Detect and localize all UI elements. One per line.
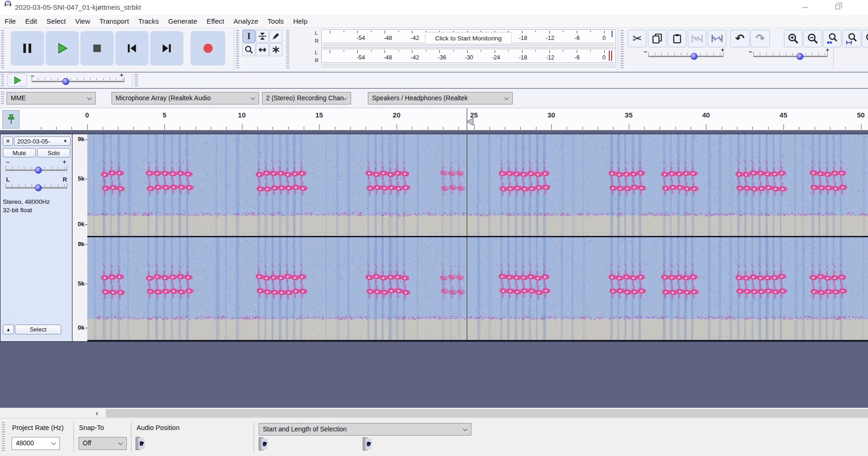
scrollbar-thumb[interactable] [106, 409, 868, 417]
cut-button[interactable]: ✂ [628, 30, 646, 47]
solo-button[interactable]: Solo [37, 148, 70, 157]
horizontal-scrollbar[interactable]: ‹ [0, 408, 868, 418]
zoom-tool-button[interactable] [242, 43, 255, 56]
meter-scale-label: -48 [384, 54, 392, 61]
recording-device-select[interactable]: Microphone Array (Realtek Audio [111, 92, 259, 104]
menu-tracks[interactable]: Tracks [134, 15, 163, 27]
track-close-button[interactable]: ✕ [3, 137, 13, 146]
recording-volume-thumb[interactable] [691, 53, 698, 60]
menu-help[interactable]: Help [288, 15, 312, 27]
play-at-speed-button[interactable] [7, 73, 27, 87]
silence-selection-button[interactable] [708, 30, 726, 47]
record-button[interactable] [190, 31, 225, 65]
selection-toolbar: Project Rate (Hz) 48000 Snap-To Off Audi… [0, 418, 868, 456]
trim-outside-selection-button[interactable] [688, 30, 706, 47]
fit-project-button[interactable] [842, 30, 861, 47]
playback-volume-slider[interactable] [753, 52, 828, 60]
ruler-tick [567, 127, 567, 130]
redo-button[interactable]: ↷ [751, 30, 770, 47]
menu-view[interactable]: View [71, 15, 95, 27]
selection-tool-button[interactable]: I [242, 30, 255, 43]
extra-toolbar-grip[interactable] [135, 74, 138, 87]
zoom-in-button[interactable] [784, 30, 803, 47]
playback-meter[interactable]: -54-48-42-36-30-24-18-12-60 [321, 49, 616, 67]
minimize-button[interactable] [796, 0, 818, 14]
selection-mode-select[interactable]: Start and Length of Selection [259, 423, 471, 436]
monitoring-overlay[interactable]: Click to Start Monitoring [425, 32, 512, 44]
playback-device-select[interactable]: Speakers / Headphones (Realtek [368, 92, 513, 104]
menu-generate[interactable]: Generate [163, 15, 202, 27]
spectrogram-channel-1[interactable] [87, 134, 868, 236]
ruler-tick [350, 127, 351, 130]
meter-tick [590, 50, 591, 52]
track-pan-slider[interactable] [6, 183, 67, 192]
playback-volume-thumb[interactable] [796, 53, 803, 60]
timeline-ruler[interactable]: 05101520253035404550 [0, 108, 868, 130]
ruler-tick [675, 127, 676, 130]
track-gain-slider[interactable] [6, 166, 67, 174]
zoom-out-button[interactable] [803, 30, 822, 47]
selection-start-field[interactable]: 00h00m24.550s [259, 437, 263, 450]
speed-toolbar-grip[interactable] [1, 74, 4, 87]
vertical-frequency-ruler[interactable]: 9k5k0k9k5k0k [72, 134, 87, 342]
ruler-tick [211, 127, 211, 130]
copy-button[interactable] [648, 30, 666, 47]
tools-toolbar-grip[interactable] [236, 30, 239, 69]
menu-edit[interactable]: Edit [20, 15, 42, 27]
snap-to-select[interactable]: Off [78, 437, 127, 450]
time-field-dropdown-icon[interactable] [263, 443, 268, 445]
undo-button[interactable]: ↶ [730, 30, 750, 47]
selection-length-field[interactable]: 00h00m00.000s [363, 437, 367, 450]
menu-effect[interactable]: Effect [202, 15, 229, 27]
play-button[interactable] [46, 31, 79, 65]
paste-button[interactable] [668, 30, 686, 47]
ruler-tick [644, 127, 645, 130]
meter-scale-label: -12 [546, 54, 554, 61]
transport-toolbar-grip[interactable] [1, 30, 4, 69]
skip-to-end-button[interactable] [150, 31, 183, 65]
select-track-button[interactable]: Select [15, 325, 61, 334]
meter-tick [481, 50, 481, 52]
time-field-dropdown-icon[interactable] [140, 442, 144, 445]
recording-channels-select[interactable]: 2 (Stereo) Recording Chan [262, 92, 351, 104]
pan-thumb[interactable] [35, 184, 42, 191]
envelope-tool-button[interactable] [256, 30, 269, 43]
selection-toolbar-grip[interactable] [2, 422, 5, 452]
device-toolbar-grip[interactable] [1, 91, 4, 105]
gain-thumb[interactable] [35, 167, 42, 174]
menu-tools[interactable]: Tools [263, 15, 288, 27]
menu-transport[interactable]: Transport [95, 15, 134, 27]
time-field-dropdown-icon[interactable] [367, 443, 372, 445]
skip-to-start-button[interactable] [115, 31, 149, 65]
pause-button[interactable] [11, 31, 44, 65]
zoom-toggle-button[interactable] [862, 30, 868, 47]
ruler-tick [520, 127, 521, 130]
play-speed-thumb[interactable] [62, 78, 69, 85]
meter-toolbar-grip[interactable] [286, 30, 289, 69]
audio-position-field[interactable]: 00h00m24.550s [136, 437, 140, 450]
fit-selection-button[interactable] [823, 30, 842, 47]
meter-tick [344, 50, 344, 52]
spectrogram-channel-2[interactable] [87, 237, 868, 340]
track-name-menu[interactable]: 2020-03-05-▼ [14, 137, 71, 146]
multi-tool-button[interactable] [269, 43, 282, 56]
timeline-cursor-line [467, 108, 467, 130]
menu-file[interactable]: File [0, 15, 20, 27]
scroll-left-arrow[interactable]: ‹ [95, 409, 98, 418]
project-rate-select[interactable]: 48000 [12, 437, 60, 450]
menu-analyze[interactable]: Analyze [229, 15, 263, 27]
pinned-playhead-button[interactable] [2, 110, 20, 129]
play-speed-slider[interactable] [32, 77, 124, 85]
audio-host-select[interactable]: MME [7, 92, 96, 104]
menu-select[interactable]: Select [42, 15, 71, 27]
chevron-down-icon [87, 96, 92, 100]
recording-volume-slider[interactable] [648, 52, 724, 60]
restore-button[interactable] [828, 0, 849, 14]
mute-button[interactable]: Mute [3, 148, 36, 157]
draw-tool-button[interactable] [269, 30, 282, 43]
stop-button[interactable] [80, 31, 114, 65]
timeshift-tool-button[interactable]: ↔ [256, 43, 269, 56]
ruler-tick [288, 127, 289, 130]
collapse-track-button[interactable]: ▲ [3, 325, 14, 334]
edit-toolbar-grip[interactable] [620, 30, 624, 69]
